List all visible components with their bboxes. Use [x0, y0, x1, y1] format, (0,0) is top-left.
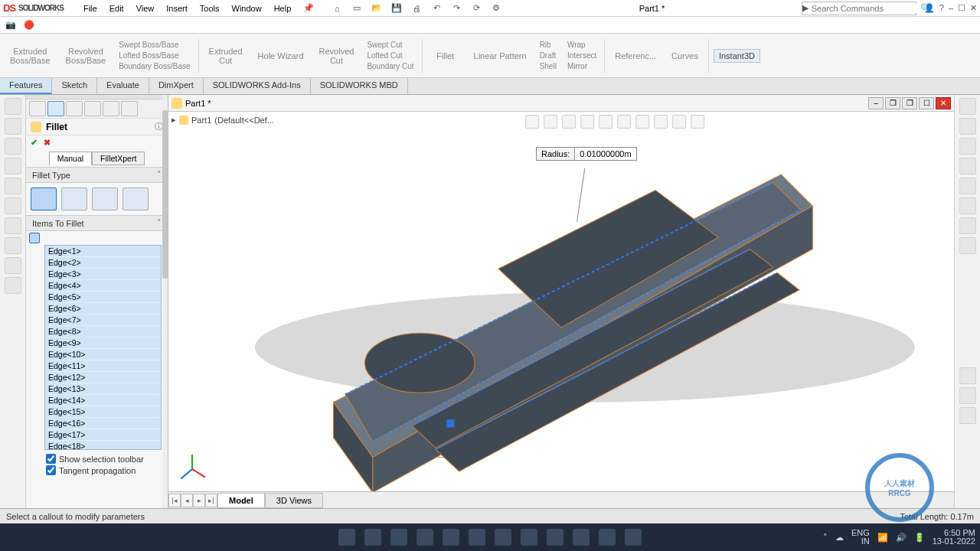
cmd-swept-loft-boundary[interactable]: Swept Boss/BaseLofted Boss/BaseBoundary … — [116, 40, 193, 71]
rtool-11[interactable] — [959, 407, 976, 424]
pm-tab-dimxpert[interactable] — [84, 101, 101, 116]
pm-tab-appearance[interactable] — [121, 101, 138, 116]
tab-prev-icon[interactable]: ◂ — [181, 494, 193, 507]
rtool-9[interactable] — [959, 367, 976, 384]
cmd-extruded-cut[interactable]: Extruded Cut — [204, 44, 248, 67]
tab-sketch[interactable]: Sketch — [52, 78, 97, 94]
chk-tangent-prop[interactable]: Tangent propagation — [46, 465, 160, 476]
fillet-type-face[interactable] — [92, 187, 118, 210]
cmd-fillet[interactable]: Fillet — [427, 49, 464, 63]
tray-chevron-up-icon[interactable]: ˄ — [823, 533, 828, 543]
search-input[interactable] — [808, 4, 920, 13]
cmd-swept-loft-boundary-cut[interactable]: Swept CutLofted CutBoundary Cut — [364, 40, 416, 71]
ltool-1[interactable] — [5, 98, 21, 115]
edge-list-item[interactable]: Edge<1> — [45, 246, 161, 257]
viewport[interactable]: Part1 * – ❐ ❐ ☐ ✕ ▸ Part1 (Default<<Def.… — [168, 95, 954, 508]
menu-file[interactable]: File — [77, 2, 103, 15]
cmd-linear-pattern[interactable]: Linear Pattern — [469, 49, 532, 63]
tray-clock[interactable]: 6:50 PM13-01-2022 — [933, 529, 975, 546]
rtool-10[interactable] — [959, 387, 976, 404]
ltool-7[interactable] — [5, 217, 21, 234]
menu-pin-icon[interactable]: 📌 — [297, 1, 320, 15]
cmd-wrap-intersect-mirror[interactable]: WrapIntersectMirror — [564, 40, 599, 71]
cmd-instant3d[interactable]: Instant3D — [714, 49, 760, 63]
fillet-type-variable[interactable] — [61, 187, 87, 210]
pm-tab-display[interactable] — [103, 101, 119, 116]
taskbar-taskview-icon[interactable] — [390, 529, 407, 546]
rtool-3[interactable] — [959, 138, 976, 155]
cmd-reference-geometry[interactable]: Referenc... — [609, 49, 662, 63]
menu-edit[interactable]: Edit — [103, 2, 130, 15]
cmd-hole-wizard[interactable]: Hole Wizard — [253, 49, 309, 63]
rtool-7[interactable] — [959, 217, 976, 234]
help-icon[interactable]: ? — [939, 3, 944, 13]
rtool-4[interactable] — [959, 158, 976, 174]
pm-tab-filletxpert[interactable]: FilletXpert — [92, 152, 145, 165]
ltool-10[interactable] — [5, 277, 21, 294]
tab-mbd[interactable]: SOLIDWORKS MBD — [311, 78, 408, 94]
tab-first-icon[interactable]: |◂ — [168, 494, 181, 507]
pm-edges-list[interactable]: Edge<1>Edge<2>Edge<3>Edge<4>Edge<5>Edge<… — [44, 245, 162, 450]
taskbar-linkedin-icon[interactable] — [521, 529, 537, 546]
edge-list-item[interactable]: Edge<4> — [45, 280, 161, 292]
edge-list-item[interactable]: Edge<11> — [45, 360, 161, 372]
cmd-curves[interactable]: Curves — [666, 49, 704, 63]
rebuild-icon[interactable]: ⟳ — [470, 2, 482, 15]
ltool-8[interactable] — [5, 237, 21, 254]
cmd-rib-draft-shell[interactable]: RibDraftShell — [537, 40, 560, 71]
edge-list-item[interactable]: Edge<12> — [45, 372, 161, 383]
options-icon[interactable]: ⚙ — [490, 2, 502, 15]
rtool-1[interactable] — [959, 98, 976, 115]
tray-cloud-icon[interactable]: ☁ — [835, 533, 844, 543]
save-icon[interactable]: 💾 — [390, 2, 403, 15]
cmd-revolved-boss[interactable]: Revolved Boss/Base — [60, 44, 112, 67]
ltool-4[interactable] — [5, 158, 21, 174]
home-icon[interactable]: ⌂ — [331, 2, 343, 15]
doc-restore2-icon[interactable]: ❐ — [902, 97, 917, 109]
pm-tab-config[interactable] — [66, 101, 83, 116]
taskbar-start-icon[interactable] — [338, 529, 355, 546]
edge-list-item[interactable]: Edge<8> — [45, 326, 161, 337]
menu-help[interactable]: Help — [268, 2, 298, 15]
ltool-2[interactable] — [5, 118, 21, 135]
fillet-type-constant[interactable] — [31, 187, 57, 210]
pm-scrollbar[interactable] — [162, 95, 168, 508]
pm-tab-manual[interactable]: Manual — [49, 152, 92, 165]
edge-list-item[interactable]: Edge<13> — [45, 383, 161, 395]
bottom-tab-model[interactable]: Model — [217, 493, 265, 508]
edge-list-item[interactable]: Edge<5> — [45, 292, 161, 303]
taskbar-chat-icon[interactable] — [443, 529, 459, 546]
tab-dimxpert[interactable]: DimXpert — [149, 78, 204, 94]
pm-tab-feature-tree[interactable] — [29, 101, 46, 116]
tab-evaluate[interactable]: Evaluate — [97, 78, 149, 94]
taskbar-photos-icon[interactable] — [573, 529, 590, 546]
tab-next-icon[interactable]: ▸ — [193, 494, 205, 507]
edge-list-item[interactable]: Edge<9> — [45, 337, 161, 349]
pm-section-fillet-type[interactable]: Fillet Type˄ — [26, 167, 168, 183]
edge-list-item[interactable]: Edge<18> — [45, 441, 161, 450]
ltool-3[interactable] — [5, 138, 21, 155]
menu-window[interactable]: Window — [226, 2, 268, 15]
cmd-extruded-boss[interactable]: Extruded Boss/Base — [5, 44, 56, 67]
tray-volume-icon[interactable]: 🔊 — [896, 533, 906, 543]
pm-tab-property[interactable] — [47, 101, 64, 116]
bottom-tab-3dviews[interactable]: 3D Views — [265, 493, 323, 508]
model-canvas[interactable] — [168, 112, 954, 504]
view-triad[interactable] — [176, 453, 208, 487]
edge-list-item[interactable]: Edge<3> — [45, 269, 161, 280]
screenshot-icon[interactable]: 📷 — [5, 19, 17, 31]
tab-addins[interactable]: SOLIDWORKS Add-Ins — [204, 78, 311, 94]
doc-restore1-icon[interactable]: ❐ — [885, 97, 900, 109]
tray-lang[interactable]: ENGIN — [851, 529, 870, 546]
edge-list-item[interactable]: Edge<6> — [45, 303, 161, 315]
ltool-5[interactable] — [5, 178, 21, 194]
taskbar-brave-icon[interactable] — [547, 529, 564, 546]
open-icon[interactable]: 📂 — [371, 2, 383, 15]
edge-list-item[interactable]: Edge<2> — [45, 257, 161, 269]
taskbar-rec-icon[interactable] — [599, 529, 616, 546]
doc-minimize-icon[interactable]: – — [868, 97, 884, 109]
taskbar-solidworks-icon[interactable] — [625, 529, 642, 546]
edge-list-item[interactable]: Edge<14> — [45, 395, 161, 406]
chk-show-sel-toolbar[interactable]: Show selection toolbar — [46, 453, 160, 465]
ltool-6[interactable] — [5, 197, 21, 214]
